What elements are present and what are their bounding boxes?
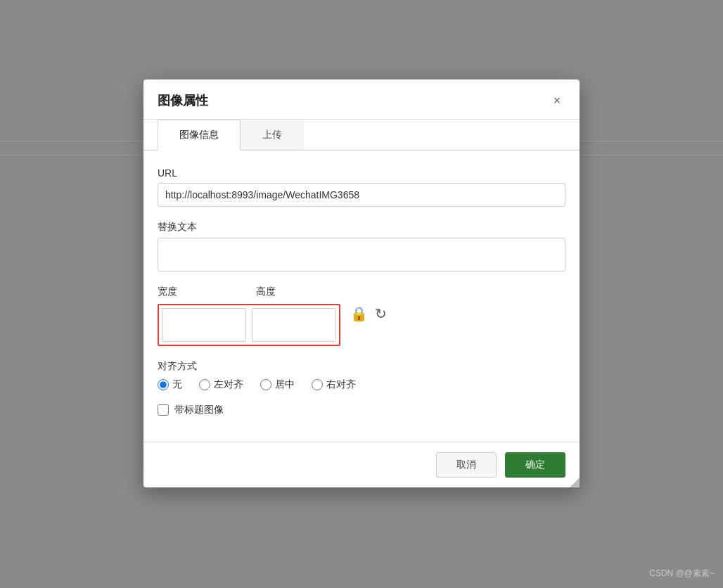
align-none[interactable]: 无 <box>158 378 182 391</box>
dimension-group: 宽度 高度 <box>158 286 340 346</box>
height-input[interactable] <box>252 308 336 342</box>
width-label: 宽度 <box>158 286 242 298</box>
tab-image-info[interactable]: 图像信息 <box>158 120 241 151</box>
alignment-label: 对齐方式 <box>158 360 565 373</box>
height-label: 高度 <box>256 286 340 298</box>
align-none-label: 无 <box>172 378 182 391</box>
align-right-radio[interactable] <box>312 379 323 390</box>
align-left[interactable]: 左对齐 <box>199 378 243 391</box>
cancel-button[interactable]: 取消 <box>436 452 497 478</box>
align-none-radio[interactable] <box>158 379 169 390</box>
align-right[interactable]: 右对齐 <box>312 378 356 391</box>
align-left-label: 左对齐 <box>214 378 243 391</box>
alt-input[interactable] <box>158 238 565 271</box>
align-center-label: 居中 <box>275 378 295 391</box>
dialog-title: 图像属性 <box>158 92 208 109</box>
tab-upload[interactable]: 上传 <box>241 120 304 151</box>
dimensions-row: 宽度 高度 🔒 ↻ <box>158 286 565 346</box>
dialog-footer: 取消 确定 <box>143 442 580 487</box>
url-label: URL <box>158 167 565 179</box>
image-properties-dialog: 图像属性 × 图像信息 上传 URL 替换文本 宽度 高度 <box>143 79 580 487</box>
width-input[interactable] <box>162 308 246 342</box>
radio-group: 无 左对齐 居中 右对齐 <box>158 378 565 391</box>
align-left-radio[interactable] <box>199 379 210 390</box>
dimension-icons: 🔒 ↻ <box>350 305 387 322</box>
watermark: CSDN @@素素~ <box>649 568 715 580</box>
caption-row: 带标题图像 <box>158 404 565 416</box>
align-center-radio[interactable] <box>260 379 271 390</box>
ok-button[interactable]: 确定 <box>505 452 565 478</box>
caption-checkbox[interactable] <box>158 404 169 416</box>
close-button[interactable]: × <box>549 92 565 109</box>
lock-icon: 🔒 <box>350 305 368 322</box>
alignment-section: 对齐方式 无 左对齐 居中 右对齐 <box>158 360 565 391</box>
dialog-body: URL 替换文本 宽度 高度 🔒 ↻ <box>143 151 580 442</box>
dimension-input-wrapper <box>158 304 340 346</box>
dialog-titlebar: 图像属性 × <box>143 79 580 120</box>
alt-label: 替换文本 <box>158 221 565 234</box>
refresh-icon[interactable]: ↻ <box>375 305 387 322</box>
align-right-label: 右对齐 <box>326 378 356 391</box>
caption-label: 带标题图像 <box>174 404 224 416</box>
url-group: URL <box>158 167 565 207</box>
dialog-tabs: 图像信息 上传 <box>143 120 580 151</box>
resize-handle <box>570 478 580 487</box>
align-center[interactable]: 居中 <box>260 378 295 391</box>
alt-group: 替换文本 <box>158 221 565 271</box>
url-input[interactable] <box>158 183 565 207</box>
